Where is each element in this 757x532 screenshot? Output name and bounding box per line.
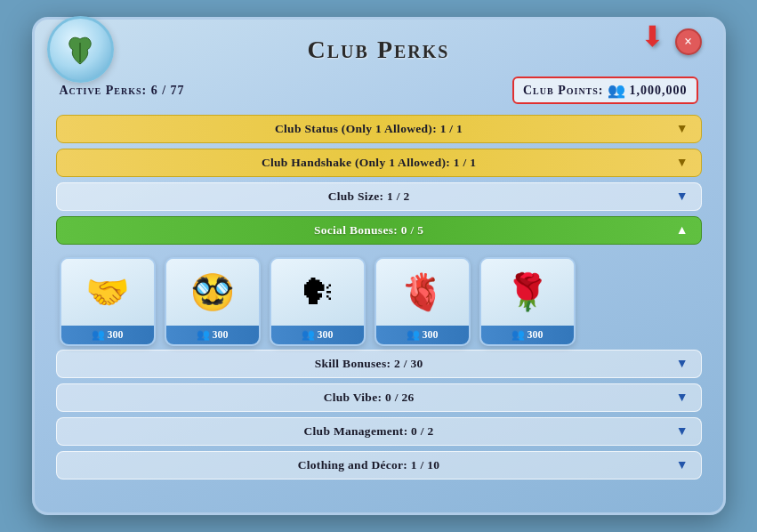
perk-cost-rose: 👥 300 bbox=[481, 326, 574, 344]
section-club-status[interactable]: Club Status (Only 1 Allowed): 1 / 1 ▼ bbox=[56, 115, 702, 143]
people-icon-perk3: 👥 bbox=[302, 328, 315, 342]
modal-container: ⬇ Club Perks × Active Perks: 6 / 77 Club… bbox=[32, 17, 726, 515]
chevron-clothing-decor: ▼ bbox=[676, 458, 689, 472]
section-club-vibe[interactable]: Club Vibe: 0 / 26 ▼ bbox=[56, 383, 702, 412]
section-clothing-decor[interactable]: Clothing and Décor: 1 / 10 ▼ bbox=[56, 451, 702, 480]
chevron-club-status: ▼ bbox=[676, 122, 689, 136]
perk-image-brain: 🫀 bbox=[374, 259, 471, 326]
perks-grid: 🤝 👥 300 🥸 👥 300 🗣 👥 300 🫀 👥 300 bbox=[56, 250, 702, 350]
people-icon-perk5: 👥 bbox=[511, 328, 525, 342]
perk-cost-handshake: 👥 300 bbox=[61, 326, 154, 344]
chevron-club-management: ▼ bbox=[676, 424, 689, 439]
perk-image-handshake: 🤝 bbox=[60, 259, 156, 326]
club-logo bbox=[47, 16, 114, 83]
perk-cost-glasses: 👥 300 bbox=[166, 326, 259, 344]
section-social-bonuses[interactable]: Social Bonuses: 0 / 5 ▲ bbox=[56, 216, 702, 245]
modal-title: Club Perks bbox=[308, 36, 450, 64]
perk-image-rose: 🌹 bbox=[479, 259, 576, 326]
perk-card-loud[interactable]: 🗣 👥 300 bbox=[270, 257, 366, 346]
perk-cost-loud: 👥 300 bbox=[271, 326, 364, 344]
stats-bar: Active Perks: 6 / 77 Club Points: 👥 1,00… bbox=[56, 75, 702, 106]
section-club-handshake[interactable]: Club Handshake (Only 1 Allowed): 1 / 1 ▼ bbox=[56, 149, 702, 177]
perk-image-glasses: 🥸 bbox=[165, 259, 261, 326]
people-icon-perk2: 👥 bbox=[197, 328, 210, 342]
arrow-indicator: ⬇ bbox=[640, 20, 664, 53]
people-icon-perk1: 👥 bbox=[92, 328, 105, 342]
perk-card-handshake[interactable]: 🤝 👥 300 bbox=[60, 257, 156, 346]
modal-header: ⬇ Club Perks × bbox=[56, 36, 702, 64]
perk-cost-brain: 👥 300 bbox=[376, 326, 469, 344]
chevron-skill-bonuses: ▼ bbox=[676, 357, 689, 371]
active-perks-stat: Active Perks: 6 / 77 bbox=[60, 84, 185, 98]
chevron-social-bonuses: ▲ bbox=[676, 223, 689, 238]
people-icon-perk4: 👥 bbox=[407, 328, 420, 342]
perk-card-rose[interactable]: 🌹 👥 300 bbox=[479, 257, 576, 346]
chevron-club-vibe: ▼ bbox=[676, 391, 689, 405]
section-club-size[interactable]: Club Size: 1 / 2 ▼ bbox=[56, 182, 702, 211]
section-club-management[interactable]: Club Management: 0 / 2 ▼ bbox=[56, 417, 702, 446]
close-button[interactable]: × bbox=[675, 28, 702, 55]
perk-card-glasses[interactable]: 🥸 👥 300 bbox=[165, 257, 261, 346]
perk-card-brain[interactable]: 🫀 👥 300 bbox=[374, 257, 471, 346]
club-points-box: Club Points: 👥 1,000,000 bbox=[512, 77, 698, 104]
chevron-club-size: ▼ bbox=[676, 189, 689, 204]
club-logo-icon bbox=[62, 32, 98, 68]
section-skill-bonuses[interactable]: Skill Bonuses: 2 / 30 ▼ bbox=[56, 350, 702, 378]
chevron-club-handshake: ▼ bbox=[676, 156, 689, 170]
people-icon: 👥 bbox=[608, 82, 626, 99]
perk-image-loud: 🗣 bbox=[270, 259, 366, 326]
